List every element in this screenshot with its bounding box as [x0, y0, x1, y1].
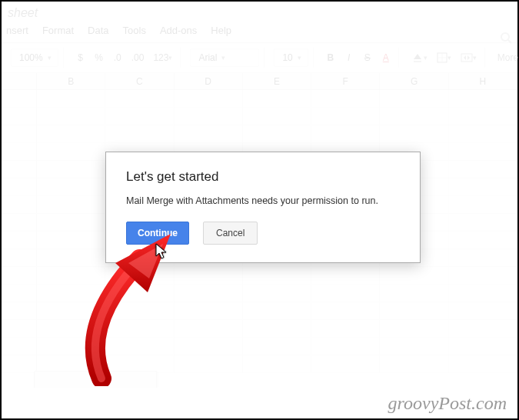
table-row[interactable]: [2, 338, 517, 355]
col-header-e[interactable]: E: [243, 73, 311, 89]
chevron-down-icon: ▾: [424, 54, 428, 62]
col-header-g[interactable]: G: [380, 73, 448, 89]
dialog-buttons: Continue Cancel: [126, 222, 400, 245]
zoom-value: 100%: [19, 52, 43, 63]
table-row[interactable]: [2, 302, 517, 320]
sheet-tab[interactable]: [34, 371, 157, 388]
svg-point-5: [501, 33, 509, 41]
col-header-d[interactable]: D: [175, 73, 243, 89]
percent-button[interactable]: %: [91, 49, 107, 66]
sheet-footer: [2, 368, 517, 391]
currency-button[interactable]: $: [73, 49, 88, 66]
col-header-c[interactable]: C: [105, 73, 174, 89]
zoom-select[interactable]: 100% ▾: [11, 48, 58, 67]
number-format-button[interactable]: 123 ▾: [150, 49, 175, 66]
table-row[interactable]: [2, 125, 517, 143]
svg-line-6: [508, 40, 511, 43]
font-size-select[interactable]: 10 ▾: [274, 48, 308, 67]
table-row[interactable]: [2, 285, 517, 302]
table-row[interactable]: [2, 90, 517, 108]
col-header-b[interactable]: B: [37, 73, 105, 89]
menu-help[interactable]: Help: [211, 25, 231, 36]
chevron-down-icon: ▾: [48, 54, 52, 62]
toolbar: 100% ▾ $ % .0 .00 123 ▾ Arial ▾: [2, 43, 517, 73]
borders-button[interactable]: ▾: [434, 49, 454, 66]
dialog-body: Mail Merge with Attachments needs your p…: [126, 195, 400, 206]
menu-format[interactable]: Format: [42, 25, 74, 36]
menu-data[interactable]: Data: [88, 25, 108, 36]
toolbar-more[interactable]: More: [490, 52, 519, 63]
fill-color-button[interactable]: ▾: [408, 49, 431, 66]
table-row[interactable]: [2, 108, 517, 125]
svg-rect-4: [461, 54, 472, 62]
title-area: sheet: [2, 2, 517, 22]
watermark: groovyPost.com: [388, 393, 507, 414]
font-size-value: 10: [282, 52, 292, 63]
italic-button[interactable]: I: [341, 49, 357, 66]
col-header-f[interactable]: F: [311, 73, 380, 89]
chevron-down-icon: ▾: [473, 54, 477, 62]
table-row[interactable]: [2, 267, 517, 285]
font-select[interactable]: Arial ▾: [190, 48, 259, 67]
dialog-title: Let's get started: [126, 169, 400, 185]
chevron-down-icon: ▾: [221, 54, 225, 62]
doc-title: sheet: [8, 6, 38, 19]
strikethrough-button[interactable]: S: [360, 49, 375, 66]
menu-insert[interactable]: nsert: [6, 25, 28, 36]
chevron-down-icon: ▾: [447, 54, 451, 62]
menu-tools[interactable]: Tools: [123, 25, 146, 36]
font-name: Arial: [198, 52, 217, 63]
text-color-button[interactable]: A: [378, 49, 394, 66]
column-headers: B C D E F G H: [2, 73, 517, 90]
merge-cells-button[interactable]: ▾: [457, 49, 480, 66]
search-icon[interactable]: [497, 29, 514, 46]
table-row[interactable]: [2, 320, 517, 338]
header-corner[interactable]: [2, 73, 37, 89]
chevron-down-icon: ▾: [168, 54, 172, 62]
continue-button[interactable]: Continue: [126, 222, 189, 245]
col-header-h[interactable]: H: [449, 73, 517, 89]
menubar: nsert Format Data Tools Add-ons Help: [2, 22, 517, 43]
svg-rect-0: [414, 61, 421, 62]
chevron-down-icon: ▾: [298, 54, 301, 62]
permission-dialog: Let's get started Mail Merge with Attach…: [105, 152, 421, 263]
bold-button[interactable]: B: [323, 49, 338, 66]
decimal-increase-button[interactable]: .00: [128, 49, 148, 66]
cancel-button[interactable]: Cancel: [203, 222, 258, 245]
decimal-decrease-button[interactable]: .0: [110, 49, 125, 66]
app-frame: sheet nsert Format Data Tools Add-ons He…: [0, 0, 519, 420]
menu-addons[interactable]: Add-ons: [160, 25, 197, 36]
